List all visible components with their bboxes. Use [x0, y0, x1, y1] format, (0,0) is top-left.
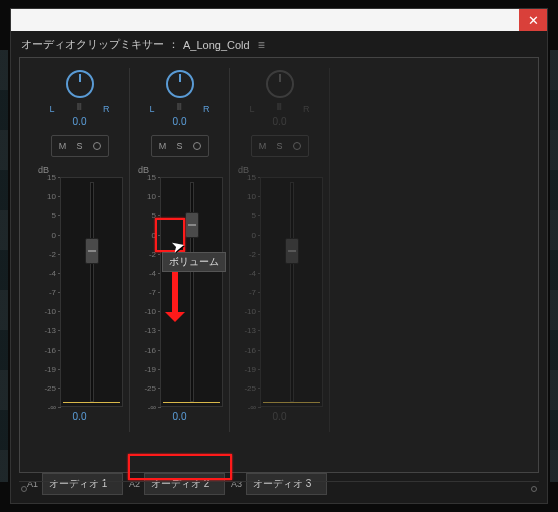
- scale-tick-label: -10: [244, 307, 256, 316]
- track-A2: L|||||R0.0MSdB151050-2-4-7-10-13-16-19-2…: [130, 68, 230, 432]
- mso-group: MS: [151, 135, 209, 157]
- fader-handle[interactable]: [285, 238, 299, 264]
- pan-knob[interactable]: [66, 70, 94, 98]
- background-edge-left: [0, 50, 8, 482]
- close-button[interactable]: ✕: [519, 9, 547, 31]
- solo-button[interactable]: S: [273, 139, 287, 153]
- db-scale: 151050-2-4-7-10-13-16-19-25-∞: [136, 177, 158, 407]
- solo-button[interactable]: S: [173, 139, 187, 153]
- scale-tick-label: -13: [244, 326, 256, 335]
- mixer-window: ✕ オーディオクリップミキサー ： A_Long_Cold ≡ L|||||R0…: [10, 8, 548, 504]
- scale-tick-label: -19: [244, 364, 256, 373]
- scale-tick-label: 15: [47, 173, 56, 182]
- scale-tick-label: -13: [144, 326, 156, 335]
- scroll-handle-right[interactable]: [531, 486, 537, 492]
- circle-icon: [93, 142, 101, 150]
- panel-menu-icon[interactable]: ≡: [258, 38, 265, 52]
- scale-tick-label: -16: [144, 345, 156, 354]
- horizontal-scrollbar[interactable]: [19, 481, 539, 495]
- scale-tick-label: 10: [147, 192, 156, 201]
- pan-value[interactable]: 0.0: [73, 116, 87, 127]
- annotation-arrow-down: [172, 270, 178, 318]
- scale-tick-label: 0: [152, 230, 156, 239]
- panel-header: オーディオクリップミキサー ： A_Long_Cold ≡: [11, 31, 547, 58]
- scale-tick-label: 5: [252, 211, 256, 220]
- solo-button[interactable]: S: [73, 139, 87, 153]
- scale-tick-label: -4: [49, 268, 56, 277]
- pan-ticks-icon: |||||: [277, 102, 281, 114]
- scale-tick-label: -16: [44, 345, 56, 354]
- scale-tick-label: -2: [149, 249, 156, 258]
- pan-ticks-icon: |||||: [177, 102, 181, 114]
- meter-zone: 151050-2-4-7-10-13-16-19-25-∞: [236, 177, 323, 407]
- track-A3: L|||||R0.0MSdB151050-2-4-7-10-13-16-19-2…: [230, 68, 330, 432]
- fader-slot: [290, 182, 294, 402]
- scale-tick-label: -7: [49, 288, 56, 297]
- pan-knob[interactable]: [266, 70, 294, 98]
- scale-tick-label: 15: [147, 173, 156, 182]
- scale-tick-label: 0: [252, 230, 256, 239]
- close-icon: ✕: [528, 13, 539, 28]
- scroll-handle-left[interactable]: [21, 486, 27, 492]
- scale-tick-label: -10: [144, 307, 156, 316]
- meter-zone: 151050-2-4-7-10-13-16-19-25-∞: [136, 177, 223, 407]
- pan-knob[interactable]: [166, 70, 194, 98]
- meter-peak-line: [263, 402, 320, 403]
- scale-tick-label: -16: [244, 345, 256, 354]
- mixer-area: L|||||R0.0MSdB151050-2-4-7-10-13-16-19-2…: [19, 57, 539, 473]
- fader-area[interactable]: [160, 177, 223, 407]
- background-edge-right: [550, 50, 558, 482]
- pan-value[interactable]: 0.0: [173, 116, 187, 127]
- scale-tick-label: -∞: [248, 403, 256, 412]
- fader-handle[interactable]: [85, 238, 99, 264]
- panel-sequence-name: A_Long_Cold: [183, 39, 250, 51]
- volume-value[interactable]: 0.0: [173, 411, 187, 422]
- mso-group: MS: [251, 135, 309, 157]
- panel-title-sep: ：: [168, 37, 179, 52]
- mso-group: MS: [51, 135, 109, 157]
- meter-peak-line: [63, 402, 120, 403]
- scale-tick-label: -19: [144, 364, 156, 373]
- meter-peak-line: [163, 402, 220, 403]
- fader-slot: [90, 182, 94, 402]
- scale-tick-label: -7: [249, 288, 256, 297]
- scale-tick-label: -4: [249, 268, 256, 277]
- mute-button[interactable]: M: [156, 139, 170, 153]
- mute-button[interactable]: M: [256, 139, 270, 153]
- mute-button[interactable]: M: [56, 139, 70, 153]
- fx-toggle[interactable]: [290, 139, 304, 153]
- scale-tick-label: -10: [44, 307, 56, 316]
- pan-right-label: R: [103, 104, 110, 114]
- volume-value[interactable]: 0.0: [273, 411, 287, 422]
- volume-tooltip: ボリューム: [162, 252, 226, 272]
- fx-toggle[interactable]: [190, 139, 204, 153]
- volume-value[interactable]: 0.0: [73, 411, 87, 422]
- pan-value[interactable]: 0.0: [273, 116, 287, 127]
- scale-tick-label: -∞: [48, 403, 56, 412]
- scale-tick-label: -2: [49, 249, 56, 258]
- panel-title-prefix: オーディオクリップミキサー: [21, 37, 164, 52]
- pan-right-label: R: [303, 104, 310, 114]
- scale-tick-label: -19: [44, 364, 56, 373]
- scale-tick-label: 10: [47, 192, 56, 201]
- db-scale: 151050-2-4-7-10-13-16-19-25-∞: [236, 177, 258, 407]
- fader-handle[interactable]: [185, 212, 199, 238]
- pan-left-label: L: [50, 104, 55, 114]
- scale-tick-label: -25: [244, 383, 256, 392]
- circle-icon: [193, 142, 201, 150]
- fader-area[interactable]: [60, 177, 123, 407]
- pan-left-label: L: [250, 104, 255, 114]
- circle-icon: [293, 142, 301, 150]
- db-scale: 151050-2-4-7-10-13-16-19-25-∞: [36, 177, 58, 407]
- pan-ticks-icon: |||||: [77, 102, 81, 114]
- scale-tick-label: -2: [249, 249, 256, 258]
- pan-left-label: L: [150, 104, 155, 114]
- window-titlebar: ✕: [11, 9, 547, 31]
- fx-toggle[interactable]: [90, 139, 104, 153]
- track-A1: L|||||R0.0MSdB151050-2-4-7-10-13-16-19-2…: [30, 68, 130, 432]
- meter-zone: 151050-2-4-7-10-13-16-19-25-∞: [36, 177, 123, 407]
- fader-area[interactable]: [260, 177, 323, 407]
- scale-tick-label: -7: [149, 288, 156, 297]
- scale-tick-label: 0: [52, 230, 56, 239]
- scale-tick-label: -25: [44, 383, 56, 392]
